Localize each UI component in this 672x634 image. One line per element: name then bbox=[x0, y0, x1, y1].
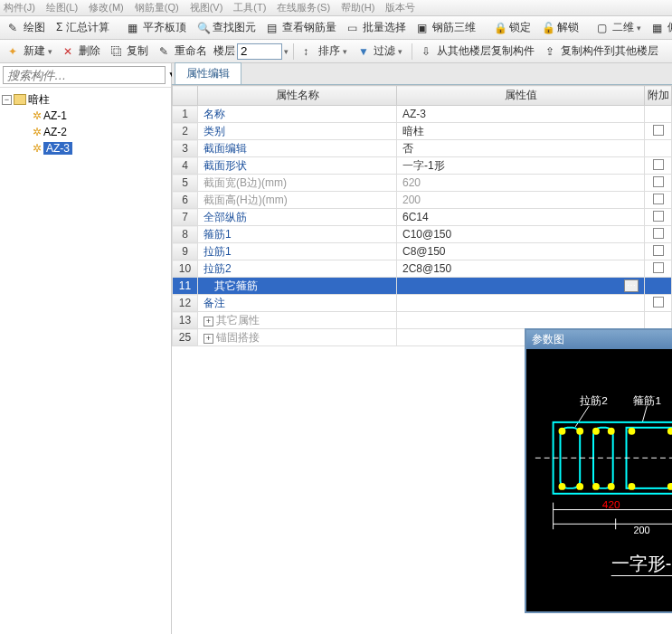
checkbox[interactable] bbox=[653, 159, 664, 170]
search-input[interactable] bbox=[3, 66, 166, 84]
prop-value[interactable]: 2C8@150 bbox=[397, 260, 645, 278]
table-row[interactable]: 4截面形状一字-1形 bbox=[173, 157, 672, 175]
prop-value[interactable]: ⋯ bbox=[397, 278, 645, 295]
table-row[interactable]: 13+其它属性 bbox=[173, 312, 672, 329]
extra-cell[interactable] bbox=[645, 175, 672, 192]
draw-button[interactable]: ✎绘图 bbox=[4, 18, 50, 37]
filter-button[interactable]: ▼过滤▾ bbox=[354, 42, 407, 61]
new-button[interactable]: ✦新建▾ bbox=[4, 42, 57, 61]
checkbox[interactable] bbox=[653, 245, 664, 256]
table-row[interactable]: 8箍筋1C10@150 bbox=[173, 226, 672, 243]
checkbox[interactable] bbox=[653, 125, 664, 136]
prop-value[interactable] bbox=[397, 295, 645, 312]
prop-value[interactable]: C10@150 bbox=[397, 226, 645, 243]
dropdown-icon[interactable]: ▾ bbox=[284, 47, 289, 56]
rebar-3d-button[interactable]: ▣钢筋三维 bbox=[412, 18, 480, 37]
menu-item[interactable]: 版本号 bbox=[385, 1, 415, 14]
extra-cell[interactable] bbox=[645, 209, 672, 226]
view-rebar-button[interactable]: ▤查看钢筋量 bbox=[262, 18, 341, 37]
menu-item[interactable]: 钢筋量(Q) bbox=[135, 1, 179, 14]
rename-button[interactable]: ✎重命名 bbox=[155, 42, 212, 61]
menu-item[interactable]: 帮助(H) bbox=[341, 1, 374, 14]
copy-from-floor-button[interactable]: ⇩从其他楼层复制构件 bbox=[417, 42, 539, 61]
expand-icon[interactable]: + bbox=[203, 317, 213, 326]
prop-value[interactable]: 6C14 bbox=[397, 209, 645, 226]
extra-cell[interactable] bbox=[645, 260, 672, 278]
tree-root[interactable]: − 暗柱 bbox=[2, 91, 169, 108]
menu-item[interactable]: 工具(T) bbox=[233, 1, 266, 14]
table-row[interactable]: 2类别暗柱 bbox=[173, 123, 672, 140]
extra-cell[interactable] bbox=[645, 192, 672, 209]
checkbox[interactable] bbox=[653, 297, 664, 308]
checkbox[interactable] bbox=[653, 176, 664, 187]
table-row[interactable]: 3截面编辑否 bbox=[173, 140, 672, 157]
menu-item[interactable]: 绘图(L) bbox=[46, 1, 78, 14]
tab-property-edit[interactable]: 属性编辑 bbox=[175, 62, 241, 84]
prop-value[interactable]: 一字-1形 bbox=[397, 157, 645, 175]
table-row[interactable]: 6截面高(H边)(mm)200 bbox=[173, 192, 672, 209]
sum-button[interactable]: Σ 汇总计算 bbox=[52, 18, 114, 37]
checkbox[interactable] bbox=[653, 211, 664, 222]
prop-value[interactable]: C8@150 bbox=[397, 243, 645, 260]
top-view-button[interactable]: ▦俯视 bbox=[648, 18, 672, 37]
unlock-button[interactable]: 🔓解锁 bbox=[537, 18, 583, 37]
prop-name: 其它箍筋 bbox=[198, 278, 397, 295]
floor-input[interactable] bbox=[237, 43, 282, 60]
menu-item[interactable]: 修改(M) bbox=[89, 1, 124, 14]
extra-cell[interactable] bbox=[645, 140, 672, 157]
expand-icon[interactable]: + bbox=[203, 334, 213, 344]
col-header-extra: 附加 bbox=[645, 86, 672, 106]
prop-value[interactable]: 200 bbox=[397, 192, 645, 209]
export-icon: ⇪ bbox=[545, 45, 558, 58]
table-row[interactable]: 5截面宽(B边)(mm)620 bbox=[173, 175, 672, 192]
2d-button[interactable]: ▢二维▾ bbox=[592, 18, 646, 37]
copy-to-floor-button[interactable]: ⇪复制构件到其他楼层 bbox=[541, 42, 663, 61]
table-row[interactable]: 9拉筋1C8@150 bbox=[173, 243, 672, 260]
align-slab-button[interactable]: ▦平齐板顶 bbox=[123, 18, 191, 37]
prop-name: 截面编辑 bbox=[198, 140, 397, 157]
extra-cell[interactable] bbox=[645, 312, 672, 329]
table-row[interactable]: 12备注 bbox=[173, 295, 672, 312]
checkbox[interactable] bbox=[653, 228, 664, 239]
table-row[interactable]: 1名称AZ-3 bbox=[173, 106, 672, 123]
row-number: 25 bbox=[173, 329, 198, 346]
extra-cell[interactable] bbox=[645, 123, 672, 140]
lock-button[interactable]: 🔒锁定 bbox=[489, 18, 535, 37]
checkbox[interactable] bbox=[653, 194, 664, 204]
batch-select-button[interactable]: ▭批量选择 bbox=[343, 18, 411, 37]
svg-point-8 bbox=[559, 428, 566, 435]
prop-value[interactable]: 否 bbox=[397, 140, 645, 157]
prop-value[interactable] bbox=[397, 312, 645, 329]
table-row[interactable]: 10拉筋22C8@150 bbox=[173, 260, 672, 278]
table-row[interactable]: 7全部纵筋6C14 bbox=[173, 209, 672, 226]
row-number: 9 bbox=[173, 243, 198, 260]
table-row[interactable]: 11其它箍筋⋯ bbox=[173, 278, 672, 295]
sort-button[interactable]: ↕排序▾ bbox=[298, 42, 352, 61]
menu-item[interactable]: 视图(V) bbox=[190, 1, 223, 14]
ellipsis-button[interactable]: ⋯ bbox=[624, 279, 639, 292]
prop-value[interactable]: 暗柱 bbox=[397, 123, 645, 140]
menubar: 构件(J) 绘图(L) 修改(M) 钢筋量(Q) 视图(V) 工具(T) 在线服… bbox=[0, 0, 672, 16]
tree-item[interactable]: ✲AZ-2 bbox=[33, 124, 169, 140]
search-icon: 🔍 bbox=[197, 22, 210, 34]
pencil-icon: ✎ bbox=[8, 22, 21, 34]
checkbox[interactable] bbox=[653, 262, 664, 273]
extra-cell[interactable] bbox=[645, 157, 672, 175]
extra-cell[interactable] bbox=[645, 106, 672, 123]
collapse-icon[interactable]: − bbox=[2, 95, 12, 105]
label-stirrup1: 箍筋1 bbox=[633, 394, 661, 407]
svg-point-13 bbox=[667, 428, 672, 435]
menu-item[interactable]: 在线服务(S) bbox=[277, 1, 330, 14]
extra-cell[interactable] bbox=[645, 243, 672, 260]
copy-button[interactable]: ⿻复制 bbox=[107, 42, 153, 61]
tree-item[interactable]: ✲AZ-1 bbox=[33, 108, 169, 124]
delete-button[interactable]: ✕删除 bbox=[59, 42, 105, 61]
extra-cell[interactable] bbox=[645, 295, 672, 312]
extra-cell[interactable] bbox=[645, 278, 672, 295]
prop-value[interactable]: 620 bbox=[397, 175, 645, 192]
tree-item-selected[interactable]: ✲AZ-3 bbox=[33, 140, 169, 156]
extra-cell[interactable] bbox=[645, 226, 672, 243]
menu-item[interactable]: 构件(J) bbox=[4, 1, 35, 14]
prop-value[interactable]: AZ-3 bbox=[397, 106, 645, 123]
find-elem-button[interactable]: 🔍查找图元 bbox=[193, 18, 260, 37]
